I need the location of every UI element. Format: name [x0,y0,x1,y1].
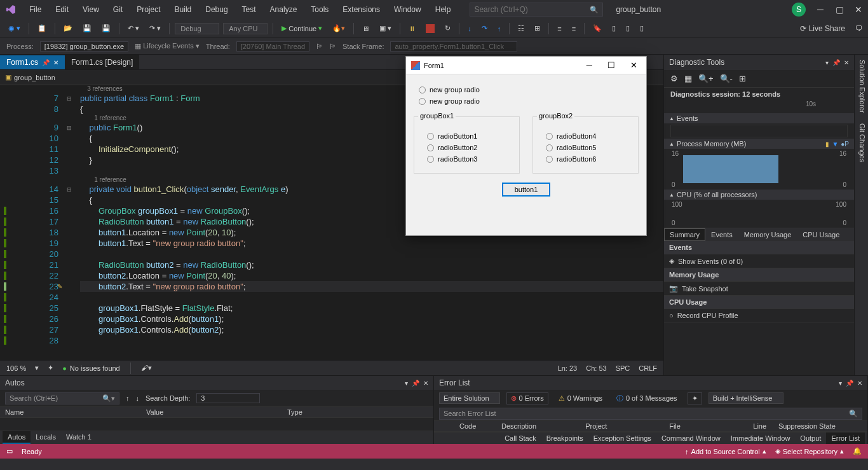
search-box[interactable]: 🔍 [470,3,603,17]
menu-debug[interactable]: Debug [199,3,234,17]
menu-tools[interactable]: Tools [304,3,335,17]
tb-bookmark[interactable]: 🔖 [590,22,605,34]
lifecycle-icon[interactable]: ▦ Lifecycle Events ▾ [135,42,200,50]
memory-header[interactable]: ▲Process Memory (MB)▮▼●P [664,139,854,149]
nav-project[interactable]: ▣group_button [5,73,55,81]
redo-icon[interactable]: ↷ ▾ [146,22,164,34]
menu-analyze[interactable]: Analyze [264,3,304,17]
col-code[interactable]: Code [459,422,501,430]
close-button[interactable]: ✕ [854,4,863,15]
stack-combo[interactable]: auto_property.Form1.button1_Click [390,41,517,52]
messages-filter[interactable]: ⓘ0 of 3 Messages [613,392,681,404]
record-cpu-link[interactable]: ○Record CPU Profile [664,309,854,322]
pin-icon[interactable]: 📌 [42,59,50,66]
menu-git[interactable]: Git [107,3,129,17]
flag-icon[interactable]: 🏳 [316,43,323,50]
tb-misc2[interactable]: ⊞ [531,22,543,34]
tab-form1-cs[interactable]: Form1.cs📌✕ [0,55,65,69]
stop-icon[interactable] [423,22,438,35]
watch1-tab[interactable]: Watch 1 [61,431,97,444]
nav-up-icon[interactable]: ↑ [126,394,130,402]
output-tab[interactable]: Output [795,432,826,444]
process-combo[interactable]: [19832] group_button.exe [40,41,128,52]
hot-reload-icon[interactable]: 🔥▾ [329,22,348,34]
depth-combo[interactable]: 3 [196,393,260,403]
col-value[interactable]: Value [146,408,287,416]
tb-bm-next[interactable]: ▯ [623,22,633,34]
tb-indent2[interactable]: ≡ [569,23,579,34]
git-changes-tab[interactable]: Git Changes [855,118,868,167]
select-repo[interactable]: ◈Select Repository▴ [775,447,844,455]
search-input[interactable] [474,5,590,14]
config-combo[interactable]: Debug [175,23,219,34]
health-icon[interactable]: ✦ [48,364,53,372]
menu-test[interactable]: Test [236,3,262,17]
running-form-window[interactable]: Form1 ─ ☐ ✕ new group radio new group ra… [405,56,647,236]
gear-icon[interactable]: ⚙ [670,74,678,83]
save-icon[interactable]: 💾 [79,22,95,34]
close-icon[interactable]: ✕ [844,59,849,66]
issues-indicator[interactable]: ●No issues found [62,364,120,372]
radiobutton3[interactable]: radioButton3 [427,155,506,163]
immediate-tab[interactable]: Immediate Window [726,432,796,444]
tb-indent1[interactable]: ≡ [554,23,564,34]
pin-icon[interactable]: 📌 [412,380,419,387]
menu-view[interactable]: View [76,3,105,17]
radiobutton1[interactable]: radioButton1 [427,132,506,140]
locals-tab[interactable]: Locals [31,431,61,444]
form-close[interactable]: ✕ [627,59,641,71]
fold-icon[interactable]: ⊟ [64,93,75,104]
dropdown-icon[interactable]: ▾ [839,380,842,387]
radio-new-group-1[interactable]: new group radio [419,86,634,93]
errors-filter[interactable]: ⊗0 Errors [506,392,548,404]
solution-explorer-tab[interactable]: Solution Explorer [855,55,868,118]
live-share[interactable]: ⟳ Live Share 🗨 [800,24,863,33]
scope-combo[interactable]: Entire Solution [439,392,500,404]
step-into-icon[interactable]: ↓ [465,23,475,34]
menu-help[interactable]: Help [429,3,458,17]
radiobutton6[interactable]: radioButton6 [546,155,625,163]
continue-button[interactable]: ▶ Continue ▾ [278,22,325,34]
command-tab[interactable]: Command Window [656,432,726,444]
nav-back-icon[interactable]: ◉ ▾ [5,22,24,34]
browser-icon[interactable]: 🖥 [359,23,372,34]
autos-search[interactable]: Search (Ctrl+E)🔍▾ [5,392,119,404]
take-snapshot-link[interactable]: 📷Take Snapshot [664,282,854,296]
col-type[interactable]: Type [287,408,428,416]
tb-bm-prev[interactable]: ▯ [609,22,619,34]
exception-tab[interactable]: Exception Settings [588,432,656,444]
col-line[interactable]: Line [753,422,778,430]
zoom-in-icon[interactable]: 🔍+ [698,74,714,83]
radiobutton2[interactable]: radioButton2 [427,144,506,151]
fold-icon[interactable]: ⊟ [64,184,75,195]
cpu-graph[interactable]: 100 0 100 0 [670,201,848,226]
diag-tab-summary[interactable]: Summary [664,228,705,241]
pin-icon[interactable]: 📌 [832,59,840,66]
platform-combo[interactable]: Any CPU [223,23,268,34]
radio-new-group-2[interactable]: new group radio [419,97,634,105]
callstack-tab[interactable]: Call Stack [499,432,541,444]
warnings-filter[interactable]: ⚠0 Warnings [555,393,606,404]
button1[interactable]: button1 [502,183,551,197]
pin-icon[interactable]: 📌 [846,380,853,387]
menu-extensions[interactable]: Extensions [336,3,386,17]
undo-icon[interactable]: ↶ ▾ [125,22,142,34]
diag-tab-events[interactable]: Events [705,228,738,241]
zoom-out-icon[interactable]: 🔍- [720,74,733,83]
app-icon[interactable]: ▣ ▾ [376,22,395,34]
new-project-icon[interactable]: 📋 [34,22,50,34]
cpu-header[interactable]: ▲CPU (% of all processors) [664,190,854,200]
brush-icon[interactable]: 🖌▾ [141,364,152,372]
output-icon[interactable]: ▭ [6,447,13,455]
restart-icon[interactable]: ↻ [442,22,454,34]
dropdown-icon[interactable]: ▾ [825,59,829,66]
thread-combo[interactable]: [20760] Main Thread [236,41,309,52]
flag2-icon[interactable]: 🏳 [329,43,336,50]
close-icon[interactable]: ✕ [857,380,862,387]
col-desc[interactable]: Description [501,422,585,430]
close-icon[interactable]: ✕ [423,380,428,387]
tb-misc1[interactable]: ☷ [515,22,527,34]
errorlist-tab[interactable]: Error List [826,432,865,444]
feedback-icon[interactable]: 🗨 [855,24,863,33]
tab-form1-design[interactable]: Form1.cs [Design] [65,55,139,69]
